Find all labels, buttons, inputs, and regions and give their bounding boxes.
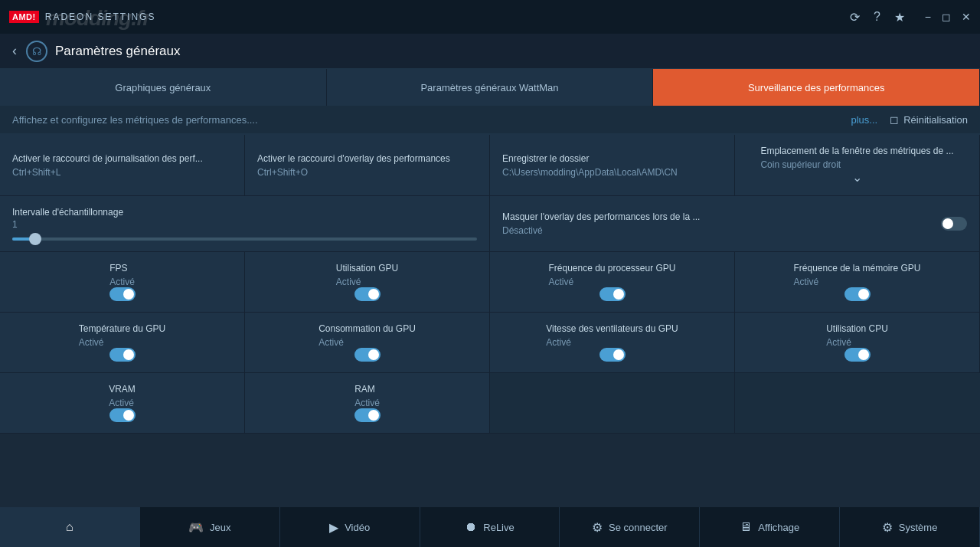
fan-speed-cell: Vitesse des ventilateurs du GPU Activé (490, 313, 735, 373)
systeme-icon: ⚙ (882, 520, 893, 535)
video-icon: ▶ (329, 520, 338, 535)
fps-toggle[interactable] (109, 287, 136, 301)
amd-logo: AMD! (9, 11, 39, 23)
nav-jeux[interactable]: 🎮 Jeux (140, 507, 280, 547)
gpu-power-toggle[interactable] (354, 348, 381, 362)
nav-systeme[interactable]: ⚙ Système (840, 507, 980, 547)
empty-cell-2 (735, 373, 980, 434)
metrics-row-3: VRAM Activé RAM Activé (0, 373, 980, 434)
tab-surveillance[interactable]: Surveillance des performances (653, 69, 980, 106)
back-button[interactable]: ‹ (12, 43, 17, 59)
maximize-button[interactable]: ◻ (942, 11, 951, 23)
gpu-temp-toggle[interactable] (109, 348, 136, 362)
reset-icon: ◻ (890, 113, 899, 126)
title-bar: AMD! RADEON SETTINGS modding.fr ⟳ ? ★ − … (0, 0, 980, 34)
affichage-icon: 🖥 (740, 520, 752, 534)
hide-overlay-toggle[interactable] (941, 217, 967, 231)
nav-affichage[interactable]: 🖥 Affichage (700, 507, 840, 547)
gpu-utilization-cell: Utilisation GPU Activé (245, 252, 490, 313)
metrics-row-2: Température du GPU Activé Consommation d… (0, 313, 980, 373)
empty-cell-1 (490, 373, 735, 434)
title-bar-controls: ⟳ ? ★ − ◻ ✕ (850, 10, 971, 25)
metrics-row-1: FPS Activé Utilisation GPU Activé Fréque… (0, 252, 980, 313)
nav-connecter[interactable]: ⚙ Se connecter (560, 507, 700, 547)
vram-cell: VRAM Activé (0, 373, 245, 434)
slider-thumb[interactable] (29, 233, 41, 245)
help-icon[interactable]: ? (874, 10, 880, 24)
toolbar: Affichez et configurez les métriques de … (0, 106, 980, 134)
more-link[interactable]: plus... (851, 114, 877, 126)
connecter-icon: ⚙ (592, 520, 603, 535)
tab-graphiques[interactable]: Graphiques généraux (0, 69, 327, 106)
nav-relive[interactable]: ⏺ ReLive (420, 507, 560, 547)
gpu-utilization-toggle[interactable] (354, 287, 381, 301)
star-icon[interactable]: ★ (894, 10, 905, 25)
toolbar-actions: plus... ◻ Réinitialisation (851, 113, 968, 126)
nav-home[interactable]: ⌂ (0, 507, 140, 547)
sampling-interval-cell: Intervalle d'échantillonnage 1 (0, 196, 490, 252)
shortcut-overlay: Activer le raccourci d'overlay des perfo… (245, 135, 490, 196)
bottom-nav: ⌂ 🎮 Jeux ▶ Vidéo ⏺ ReLive ⚙ Se connecter… (0, 507, 980, 547)
cpu-util-toggle[interactable] (844, 348, 871, 362)
toolbar-description: Affichez et configurez les métriques de … (12, 114, 851, 126)
title-bar-left: AMD! RADEON SETTINGS modding.fr (9, 11, 850, 23)
shortcuts-section: Activer le raccourci de journalisation d… (0, 135, 980, 196)
nav-bar: ‹ ☊ Paramètres généraux (0, 34, 980, 69)
mem-freq-toggle[interactable] (844, 287, 871, 301)
tab-wattman[interactable]: Paramètres généraux WattMan (327, 69, 654, 106)
close-button[interactable]: ✕ (962, 11, 971, 23)
radeon-settings-text: RADEON SETTINGS (45, 11, 156, 22)
cpu-util-cell: Utilisation CPU Activé (735, 313, 980, 373)
expand-icon[interactable]: ⌄ (852, 170, 862, 185)
nav-video[interactable]: ▶ Vidéo (280, 507, 420, 547)
refresh-icon[interactable]: ⟳ (850, 10, 860, 25)
reset-button[interactable]: ◻ Réinitialisation (890, 113, 968, 126)
window-position: Emplacement de la fenêtre des métriques … (735, 135, 980, 196)
fan-speed-toggle[interactable] (599, 348, 626, 362)
gpu-freq-toggle[interactable] (599, 287, 626, 301)
minimize-button[interactable]: − (925, 11, 931, 23)
slider-section: Intervalle d'échantillonnage 1 Masquer l… (0, 196, 980, 252)
jeux-icon: 🎮 (188, 520, 204, 535)
window-controls: − ◻ ✕ (925, 11, 971, 23)
mem-freq-cell: Fréquence de la mémoire GPU Activé (735, 252, 980, 313)
fps-cell: FPS Activé (0, 252, 245, 313)
tabs-container: Graphiques généraux Paramètres généraux … (0, 69, 980, 106)
home-icon: ⌂ (66, 520, 74, 534)
shortcut-logging: Activer le raccourci de journalisation d… (0, 135, 245, 196)
slider-track[interactable] (12, 237, 477, 241)
save-folder: Enregistrer le dossier C:\Users\modding\… (490, 135, 735, 196)
settings-grid: Activer le raccourci de journalisation d… (0, 134, 980, 434)
ram-toggle[interactable] (354, 408, 381, 422)
gpu-power-cell: Consommation du GPU Activé (245, 313, 490, 373)
gpu-temp-cell: Température du GPU Activé (0, 313, 245, 373)
globe-icon: ☊ (26, 41, 47, 62)
hide-overlay-cell: Masquer l'overlay des performances lors … (490, 196, 980, 252)
relive-icon: ⏺ (465, 520, 477, 534)
ram-cell: RAM Activé (245, 373, 490, 434)
page-title: Paramètres généraux (55, 44, 180, 59)
vram-toggle[interactable] (109, 408, 136, 422)
gpu-freq-cell: Fréquence du processeur GPU Activé (490, 252, 735, 313)
